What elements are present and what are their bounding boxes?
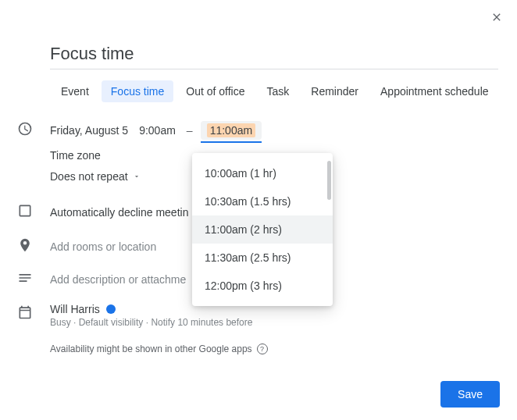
checkbox-icon[interactable] [17, 203, 33, 219]
tab-task[interactable]: Task [258, 80, 299, 102]
end-time-field[interactable]: 11:00am [201, 121, 262, 140]
end-time-option[interactable]: 11:30am (2.5 hrs) [192, 244, 333, 272]
calendar-icon [17, 304, 33, 320]
location-placeholder: Add rooms or location [50, 240, 156, 253]
event-type-tabs: Event Focus time Out of office Task Remi… [52, 80, 498, 102]
organizer-row[interactable]: Will Harris Busy · Default visibility · … [50, 303, 498, 328]
location-icon [17, 237, 33, 253]
close-icon [490, 11, 503, 23]
end-time-dropdown: 10:00am (1 hr) 10:30am (1.5 hrs) 11:00am… [192, 153, 333, 306]
repeat-label: Does not repeat [50, 170, 128, 183]
organizer-meta: Busy · Default visibility · Notify 10 mi… [50, 317, 252, 328]
description-icon [17, 270, 33, 286]
status-dot [106, 304, 116, 314]
repeat-selector[interactable]: Does not repeat [50, 170, 141, 183]
description-placeholder: Add description or attachme [50, 273, 186, 286]
time-dash: – [187, 124, 193, 137]
auto-decline-label: Automatically decline meetin [50, 206, 188, 219]
save-button[interactable]: Save [440, 381, 500, 408]
end-time-option[interactable]: 10:30am (1.5 hrs) [192, 187, 333, 215]
clock-icon [17, 121, 33, 137]
help-icon[interactable]: ? [257, 343, 268, 354]
tab-event[interactable]: Event [52, 80, 98, 102]
dropdown-scrollbar[interactable] [327, 161, 331, 200]
availability-text: Availability might be shown in other Goo… [50, 343, 252, 354]
organizer-name: Will Harris [50, 303, 100, 315]
event-title[interactable]: Focus time [50, 44, 498, 69]
chevron-down-icon [133, 173, 141, 180]
close-button[interactable] [487, 8, 506, 27]
end-time-value: 11:00am [207, 123, 255, 137]
tab-focus-time[interactable]: Focus time [102, 80, 173, 102]
start-time-field[interactable]: 9:00am [136, 123, 179, 138]
end-time-option[interactable]: 12:00pm (3 hrs) [192, 272, 333, 300]
tab-out-of-office[interactable]: Out of office [176, 80, 254, 102]
date-time-row: Friday, August 5 9:00am – 11:00am [50, 119, 498, 141]
tab-appointment-schedule[interactable]: Appointment schedule [371, 80, 498, 102]
tab-reminder[interactable]: Reminder [301, 80, 368, 102]
end-time-option[interactable]: 10:00am (1 hr) [192, 159, 333, 187]
availability-note: Availability might be shown in other Goo… [50, 343, 498, 354]
date-field[interactable]: Friday, August 5 [50, 124, 128, 137]
end-time-option[interactable]: 11:00am (2 hrs) [192, 215, 333, 244]
